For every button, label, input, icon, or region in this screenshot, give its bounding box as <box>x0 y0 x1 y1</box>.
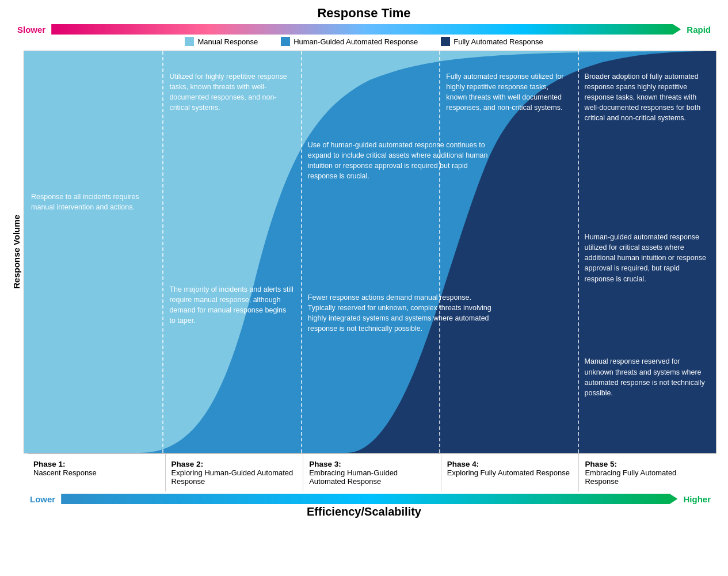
chart-text-8: Human-guided automated response utilized… <box>585 232 709 284</box>
chart-text-1: Response to all incidents requires manua… <box>31 192 155 212</box>
speed-row: Slower Rapid <box>12 24 716 35</box>
phase-cell-3: Phase 3: Embracing Human-Guided Automate… <box>303 454 441 491</box>
vdivider-1 <box>162 51 163 453</box>
chart-area: Response to all incidents requires manua… <box>24 51 716 453</box>
rapid-label: Rapid <box>687 25 711 35</box>
phase5-name: Embracing Fully Automated Response <box>585 468 676 486</box>
legend-human-guided: Human-Guided Automated Response <box>281 37 418 46</box>
vdivider-2 <box>301 51 302 453</box>
legend-row: Manual Response Human-Guided Automated R… <box>12 37 716 46</box>
legend-hg-box <box>281 37 290 46</box>
vdivider-4 <box>578 51 579 453</box>
chart-text-9: Manual response reserved for unknown thr… <box>585 356 709 398</box>
chart-text-6: Fully automated response utilized for hi… <box>446 71 570 113</box>
phase3-number: Phase 3: <box>309 460 341 468</box>
phases-row: Phase 1: Nascent Response Phase 2: Explo… <box>28 453 716 491</box>
chart-text-5: Fewer response actions demand manual res… <box>308 292 495 334</box>
legend-hg-label: Human-Guided Automated Response <box>294 37 418 46</box>
phase-cell-2: Phase 2: Exploring Human-Guided Automate… <box>166 454 304 491</box>
phase1-name: Nascent Response <box>33 468 97 477</box>
efficiency-title: Efficiency/Scalability <box>12 505 716 518</box>
legend-fa-label: Fully Automated Response <box>453 37 543 46</box>
phase-cell-1: Phase 1: Nascent Response <box>28 454 166 491</box>
phase2-number: Phase 2: <box>171 460 204 468</box>
phase4-name: Exploring Fully Automated Response <box>447 468 570 477</box>
chart-text-4: Use of human-guided automated response c… <box>308 140 495 182</box>
chart-wrapper: Response Volume Response to all incident… <box>12 51 716 453</box>
efficiency-gradient-bar <box>61 494 677 504</box>
phase4-number: Phase 4: <box>447 460 479 468</box>
lower-label: Lower <box>30 494 55 504</box>
vdivider-3 <box>439 51 440 453</box>
response-time-title: Response Time <box>12 6 716 21</box>
phase3-name: Embracing Human-Guided Automated Respons… <box>309 468 398 486</box>
chart-text-3: The majority of incidents and alerts sti… <box>169 284 294 326</box>
higher-label: Higher <box>683 494 711 504</box>
phase5-number: Phase 5: <box>585 460 617 468</box>
chart-text-2: Utilized for highly repetitive response … <box>169 71 294 113</box>
phase-cell-5: Phase 5: Embracing Fully Automated Respo… <box>579 454 716 491</box>
legend-manual: Manual Response <box>185 37 258 46</box>
slower-label: Slower <box>17 25 45 35</box>
speed-gradient-bar <box>51 24 681 35</box>
legend-fully-auto: Fully Automated Response <box>441 37 543 46</box>
phase2-name: Exploring Human-Guided Automated Respons… <box>171 468 294 486</box>
phase1-number: Phase 1: <box>33 460 66 468</box>
phase-cell-4: Phase 4: Exploring Fully Automated Respo… <box>441 454 580 491</box>
legend-fa-box <box>441 37 450 46</box>
y-axis-label: Response Volume <box>12 51 21 453</box>
bottom-bar-row: Lower Higher <box>24 494 716 504</box>
legend-manual-box <box>185 37 194 46</box>
chart-text-7: Broader adoption of fully automated resp… <box>585 71 709 124</box>
legend-manual-label: Manual Response <box>197 37 258 46</box>
